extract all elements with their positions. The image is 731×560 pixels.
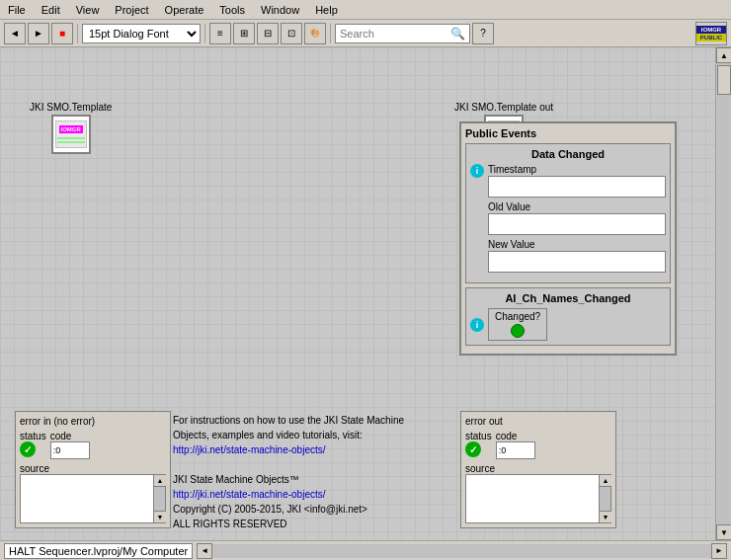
- error-out-code: code :0: [496, 431, 535, 459]
- error-out-code-label: code: [496, 431, 535, 441]
- changed-label: Changed?: [495, 311, 540, 322]
- error-in-code-value[interactable]: :0: [50, 441, 90, 459]
- info-line3: http://jki.net/state-machine-objects/: [173, 442, 454, 457]
- error-in-status-content: ✓: [20, 441, 46, 457]
- font-selector[interactable]: 15pt Dialog Font: [82, 24, 201, 43]
- error-out-status-label: status: [465, 431, 492, 441]
- stop-button[interactable]: ■: [51, 23, 73, 44]
- error-out-source-label: source: [465, 463, 611, 474]
- badge-area: IOMGR PUBLIC: [695, 22, 727, 45]
- error-out-source-container: ▲ ▼: [465, 474, 611, 523]
- info-line8: ALL RIGHTS RESERVED: [173, 517, 454, 531]
- data-changed-group: Data Changed i Timestamp Old Value New V…: [465, 143, 671, 283]
- status-bar: HALT Sequencer.lvproj/My Computer ◄ ►: [0, 540, 731, 560]
- info-line1: For instructions on how to use the JKI S…: [173, 413, 454, 428]
- error-out-title: error out: [465, 416, 611, 427]
- scroll-right-button[interactable]: ►: [711, 543, 727, 559]
- old-value-field[interactable]: [488, 213, 666, 235]
- separator-2: [204, 24, 205, 43]
- error-out-status-content: ✓: [465, 441, 492, 457]
- back-button[interactable]: ◄: [4, 23, 26, 44]
- menu-bar: File Edit View Project Operate Tools Win…: [0, 0, 731, 20]
- info-line5: JKI State Machine Objects™: [173, 472, 454, 487]
- menu-operate[interactable]: Operate: [161, 3, 208, 17]
- data-changed-row: i Timestamp Old Value New Value: [470, 164, 666, 275]
- menu-edit[interactable]: Edit: [38, 3, 64, 17]
- node-template[interactable]: JKI SMO.Template IOMGR: [30, 102, 112, 154]
- iomgr-badge: IOMGR PUBLIC: [695, 22, 727, 45]
- scroll-left-button[interactable]: ◄: [197, 543, 212, 559]
- new-value-field[interactable]: [488, 251, 666, 273]
- iomgr-badge-node1: IOMGR: [59, 125, 83, 133]
- node-template-icon[interactable]: IOMGR: [51, 115, 91, 154]
- main-area: JKI SMO.Template IOMGR JKI SMO.Template …: [0, 47, 731, 540]
- error-in-scrollbar[interactable]: ▲ ▼: [153, 475, 165, 522]
- info-line7: Copyright (C) 2005-2015, JKI <info@jki.n…: [173, 502, 454, 517]
- data-changed-fields: Timestamp Old Value New Value: [488, 164, 666, 275]
- error-in-source-container: ▲ ▼: [20, 474, 166, 523]
- error-in-title: error in (no error): [20, 416, 166, 427]
- error-out-scroll-up[interactable]: ▲: [600, 475, 611, 487]
- error-out-code-content: :0: [496, 441, 535, 459]
- canvas[interactable]: JKI SMO.Template IOMGR JKI SMO.Template …: [0, 47, 715, 540]
- menu-file[interactable]: File: [4, 3, 30, 17]
- align-button[interactable]: ≡: [209, 23, 231, 44]
- scroll-thumb-right[interactable]: [717, 65, 731, 95]
- ai-ch-names-title: AI_Ch_Names_Changed: [470, 292, 666, 304]
- error-in-status: status ✓: [20, 431, 46, 459]
- menu-tools[interactable]: Tools: [215, 3, 249, 17]
- error-out-panel: error out status ✓ code :0 s: [460, 411, 616, 528]
- error-in-check-icon: ✓: [20, 441, 36, 457]
- error-out-zero: :0: [499, 445, 507, 455]
- error-out-check-icon: ✓: [465, 441, 481, 457]
- error-in-status-label: status: [20, 431, 46, 441]
- menu-project[interactable]: Project: [111, 3, 152, 17]
- search-input[interactable]: [340, 28, 448, 40]
- changed-box: Changed?: [488, 308, 547, 341]
- error-in-scroll-down[interactable]: ▼: [154, 511, 166, 522]
- status-bar-path-text: HALT Sequencer.lvproj/My Computer: [9, 545, 188, 557]
- error-out-code-value[interactable]: :0: [496, 441, 535, 459]
- search-icon: 🔍: [450, 27, 465, 40]
- node-template-out-label: JKI SMO.Template out: [454, 102, 553, 113]
- error-out-status: status ✓: [465, 431, 492, 459]
- info-line2: Objects, examples and video tutorials, v…: [173, 428, 454, 442]
- scroll-track-bottom[interactable]: [212, 544, 711, 558]
- grid-button[interactable]: ⊞: [233, 23, 255, 44]
- error-out-scrollbar[interactable]: ▲ ▼: [599, 475, 610, 522]
- error-out-scroll-track: [600, 487, 610, 511]
- zoom-button[interactable]: ⊟: [257, 23, 279, 44]
- menu-window[interactable]: Window: [257, 3, 303, 17]
- ai-ch-names-group: AI_Ch_Names_Changed i Changed?: [465, 287, 671, 346]
- arrange-button[interactable]: ⊡: [281, 23, 302, 44]
- error-in-source-box[interactable]: ▲ ▼: [20, 474, 166, 523]
- scroll-track-right[interactable]: [716, 63, 731, 524]
- error-in-code-content: :0: [50, 441, 90, 459]
- info-line6: http://jki.net/state-machine-objects/: [173, 487, 454, 502]
- menu-view[interactable]: View: [72, 3, 104, 17]
- error-in-fields: status ✓ code :0: [20, 431, 166, 459]
- scrollbar-bottom: ◄ ►: [197, 543, 727, 559]
- timestamp-field[interactable]: [488, 176, 666, 198]
- events-panel-title: Public Events: [465, 127, 671, 139]
- scrollbar-right: ▲ ▼: [715, 47, 731, 540]
- help-button[interactable]: ?: [472, 23, 494, 44]
- error-in-scroll-up[interactable]: ▲: [154, 475, 166, 487]
- data-changed-title: Data Changed: [470, 148, 666, 160]
- scroll-up-button[interactable]: ▲: [716, 47, 731, 63]
- error-out-scroll-down[interactable]: ▼: [600, 511, 611, 522]
- badge-top-label: IOMGR: [696, 26, 726, 34]
- error-in-code-label: code: [50, 431, 90, 441]
- color-button[interactable]: 🎨: [304, 23, 326, 44]
- error-in-source-label: source: [20, 463, 166, 474]
- info-icon-ai-ch: i: [470, 318, 484, 332]
- forward-button[interactable]: ►: [28, 23, 49, 44]
- error-in-scroll-track: [154, 487, 165, 511]
- error-out-source-box[interactable]: ▲ ▼: [465, 474, 611, 523]
- search-box: 🔍: [335, 24, 470, 43]
- scroll-down-button[interactable]: ▼: [716, 524, 731, 540]
- menu-help[interactable]: Help: [311, 3, 342, 17]
- events-panel: Public Events Data Changed i Timestamp O…: [459, 121, 677, 356]
- separator-3: [330, 24, 331, 43]
- error-in-zero: :0: [53, 445, 61, 455]
